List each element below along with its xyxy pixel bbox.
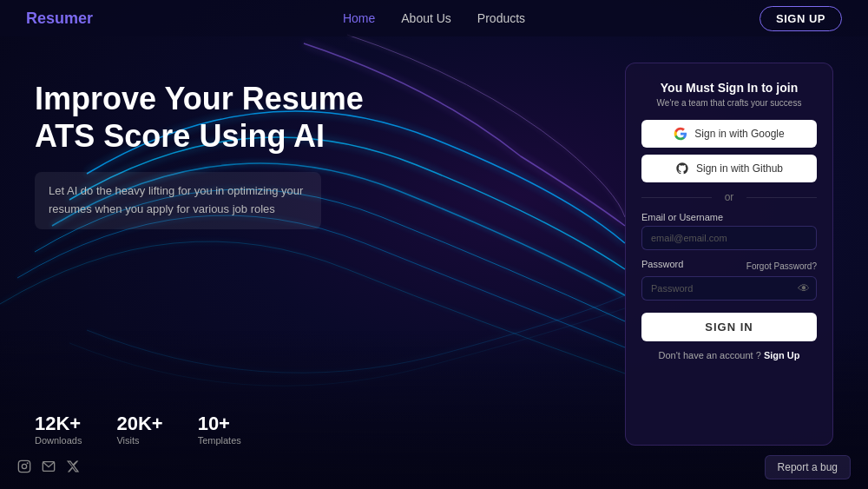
password-toggle-icon[interactable]: 👁 — [798, 281, 810, 295]
instagram-icon[interactable] — [17, 459, 31, 476]
svg-rect-1 — [18, 460, 30, 472]
svg-point-3 — [27, 462, 29, 464]
github-icon — [675, 162, 689, 175]
navbar: Resumer Home About Us Products SIGN UP — [0, 0, 868, 36]
signin-title: You Must Sign In to join — [641, 81, 817, 95]
stat-templates: 10+ Templates — [198, 413, 241, 446]
hero-section: Improve Your Resume ATS Score Using AI L… — [35, 63, 625, 446]
hero-title: Improve Your Resume ATS Score Using AI — [35, 80, 382, 155]
signin-card: You Must Sign In to join We're a team th… — [625, 63, 833, 446]
signin-subtitle: We're a team that crafts your success — [641, 98, 817, 108]
password-label: Password — [641, 259, 683, 269]
google-signin-label: Sign in with Google — [694, 128, 784, 140]
google-signin-button[interactable]: Sign in with Google — [641, 120, 817, 148]
divider: or — [641, 191, 817, 203]
main-content: Improve Your Resume ATS Score Using AI L… — [0, 36, 868, 446]
stat-downloads: 12K+ Downloads — [35, 413, 82, 446]
nav-about[interactable]: About Us — [401, 11, 451, 25]
email-icon[interactable] — [42, 459, 56, 476]
nav-home[interactable]: Home — [343, 11, 375, 25]
signup-link[interactable]: Sign Up — [764, 350, 800, 360]
nav-products[interactable]: Products — [477, 11, 525, 25]
stat-templates-number: 10+ — [198, 413, 241, 435]
stat-visits: 20K+ Visits — [116, 413, 162, 446]
password-input[interactable] — [641, 276, 817, 301]
svg-point-2 — [22, 464, 26, 468]
google-icon — [674, 127, 687, 141]
report-bug-button[interactable]: Report a bug — [765, 455, 851, 479]
stat-downloads-number: 12K+ — [35, 413, 82, 435]
github-signin-label: Sign in with Github — [696, 162, 783, 175]
email-input[interactable] — [641, 226, 817, 250]
github-signin-button[interactable]: Sign in with Github — [641, 155, 817, 182]
twitter-x-icon[interactable] — [66, 459, 80, 476]
brand-logo: Resumer — [26, 10, 93, 28]
stats-row: 12K+ Downloads 20K+ Visits 10+ Templates — [35, 413, 241, 446]
signup-button[interactable]: SIGN UP — [760, 6, 842, 31]
stat-templates-label: Templates — [198, 435, 241, 446]
signup-prompt: Don't have an account ? Sign Up — [641, 350, 817, 360]
stat-visits-number: 20K+ — [116, 413, 162, 435]
hero-description: Let AI do the heavy lifting for you in o… — [35, 172, 321, 229]
nav-links: Home About Us Products — [343, 11, 525, 25]
email-label: Email or Username — [641, 212, 817, 222]
signin-button[interactable]: SIGN IN — [641, 313, 817, 341]
footer: Report a bug — [0, 446, 868, 489]
stat-downloads-label: Downloads — [35, 435, 82, 446]
forgot-password-link[interactable]: Forgot Password? — [746, 261, 817, 271]
social-icons — [17, 459, 80, 476]
stat-visits-label: Visits — [116, 435, 162, 446]
